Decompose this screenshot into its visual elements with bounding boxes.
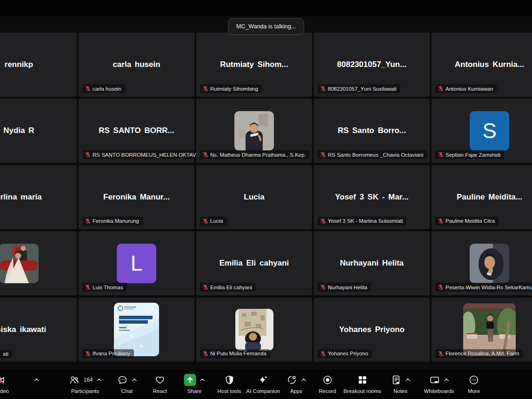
participant-tile[interactable]: RS Santo Borro...RS Santo Borromeus _Cha…	[314, 99, 430, 163]
talking-indicator: MC_Wanda is talking...	[228, 18, 304, 35]
mic-muted-icon	[438, 284, 443, 290]
participant-label-text: Feronika Manurung	[93, 218, 139, 224]
chevron-up-icon[interactable]	[200, 378, 205, 382]
tool-top-row	[286, 374, 306, 386]
tool-top-row: 164	[68, 374, 101, 386]
mic-muted-icon	[203, 284, 208, 290]
chevron-up-icon[interactable]	[97, 378, 102, 382]
participant-tile[interactable]: Antonius Kurnia...Antonius Kurniawan	[432, 33, 532, 97]
tool-label: Chat	[121, 388, 133, 394]
tool-label: AI Companion	[246, 388, 280, 394]
ai-companion-button[interactable]: AI Companion	[246, 374, 280, 394]
participant-tile[interactable]: Ns. Matheus Dharma Prathama., S.Kep.	[196, 99, 312, 163]
more-icon	[468, 374, 479, 386]
chevron-up-icon[interactable]	[444, 378, 449, 382]
top-strip	[0, 0, 532, 16]
participant-tile[interactable]: 8082301057_Yun...8082301057_Yuni Susilaw…	[314, 33, 430, 97]
apps-button[interactable]: Apps	[286, 374, 306, 394]
whiteboards-icon	[429, 374, 440, 386]
notes-button[interactable]: Notes	[391, 374, 411, 394]
participant-name-label: Feronika Manurung	[82, 217, 143, 226]
participant-label-text: Yosef 3 SK - Martina Sulasmiati	[328, 218, 403, 224]
react-button[interactable]: React	[153, 374, 167, 394]
mic-muted-icon	[85, 86, 90, 92]
participant-label-text: RS SANTO BORROMEUS_HELEN OKTAVIA	[93, 152, 201, 158]
tool-top-row	[322, 374, 333, 386]
mic-muted-icon	[203, 351, 208, 357]
participant-tile[interactable]: Nydia R	[0, 99, 77, 163]
participant-tile[interactable]: LuciaLucia	[196, 165, 312, 229]
chat-icon	[117, 374, 128, 386]
participant-tile[interactable]: Ifvana Priciliany	[79, 298, 194, 362]
participant-tile[interactable]: SSeptian Fajar Zamshidi	[432, 99, 532, 163]
tool-label: Breakout rooms	[343, 388, 381, 394]
whiteboards-button[interactable]: Whiteboards	[424, 374, 454, 394]
participant-tile[interactable]	[0, 231, 77, 295]
participant-tile[interactable]: erlina maria	[0, 165, 77, 229]
chevron-up-icon[interactable]	[132, 378, 137, 382]
video-off-button[interactable]: deo	[0, 374, 39, 394]
breakout-rooms-button[interactable]: Breakout rooms	[343, 374, 381, 394]
participant-name-label: Ns. Matheus Dharma Prathama., S.Kep.	[200, 150, 310, 159]
participant-tile[interactable]: nsiska ikawatiati	[0, 298, 77, 362]
mic-muted-icon	[203, 152, 208, 158]
notes-icon	[391, 374, 402, 386]
participant-tile[interactable]: Yosef 3 SK - Mar...Yosef 3 SK - Martina …	[314, 165, 430, 229]
participant-display-name: carla husein	[113, 60, 160, 69]
chevron-up-icon[interactable]	[406, 378, 411, 382]
participant-tile[interactable]: Pauline Meidita...Pauline Meidita Citra	[432, 165, 532, 229]
mic-muted-icon	[203, 218, 208, 224]
participant-letter-avatar: S	[470, 111, 509, 151]
breakout-rooms-icon	[357, 374, 368, 386]
participant-tile[interactable]: carla huseincarla husein	[79, 33, 194, 97]
participant-letter-avatar: L	[117, 244, 156, 283]
chevron-up-icon[interactable]	[301, 378, 306, 382]
tool-top-row	[117, 374, 137, 386]
participant-name-label: Yosef 3 SK - Martina Sulasmiati	[318, 217, 406, 226]
participant-tile[interactable]: Emilia Eli cahyaniEmilia Eli cahyani	[196, 231, 312, 295]
wiwin-avatar-image	[470, 244, 509, 283]
tool-label: Notes	[393, 388, 407, 394]
participant-display-name: Pauline Meidita...	[457, 193, 522, 202]
participants-button[interactable]: 164Participants	[68, 374, 101, 394]
participant-label-text: Lucia	[210, 218, 223, 224]
chat-button[interactable]: Chat	[117, 374, 137, 394]
participant-label-text: 8082301057_Yuni Susilawati	[328, 86, 397, 92]
participant-name-label: Luis Thomas	[82, 283, 127, 292]
share-button[interactable]: Share	[184, 374, 205, 394]
tool-top-row	[391, 374, 411, 386]
participant-display-name: Yohanes Priyono	[339, 325, 405, 334]
participant-tile[interactable]: Feronika Manur...Feronika Manurung	[79, 165, 194, 229]
participants-count: 164	[83, 377, 93, 383]
participant-label-text: Ifvana Priciliany	[93, 351, 130, 356]
participant-tile[interactable]: Nurhayani HelitaNurhayani Helita	[314, 231, 430, 295]
participant-tile[interactable]: Yohanes PriyonoYohanes Priyono	[314, 298, 430, 362]
mic-muted-icon	[320, 86, 326, 92]
host-tools-button[interactable]: Host tools	[217, 374, 241, 394]
participant-tile[interactable]: Peserta-Wiwin Widia-Rs SekarKamulyan	[432, 231, 532, 295]
participant-tile[interactable]: LLuis Thomas	[79, 231, 194, 295]
participant-tile[interactable]: Florence Rosalina, A.Md. Farm	[432, 298, 532, 362]
ai-companion-icon	[258, 374, 269, 386]
participant-tile[interactable]: Ni Putu Mulia Fernanda	[196, 298, 312, 362]
participant-label-text: Rutmiaty Sihombing	[210, 86, 258, 92]
chevron-up-icon[interactable]	[5, 378, 39, 382]
participant-label-text: RS Santo Borromeus _Chavia Octaviani	[328, 152, 423, 158]
participant-name-label: 8082301057_Yuni Susilawati	[318, 84, 400, 93]
participant-label-text: Luis Thomas	[93, 285, 123, 290]
participant-label-text: Emilia Eli cahyani	[210, 285, 252, 290]
mic-muted-icon	[320, 351, 326, 357]
record-button[interactable]: Record	[319, 374, 336, 394]
more-button[interactable]: More	[468, 374, 480, 394]
mic-muted-icon	[438, 86, 443, 92]
tool-top-row	[154, 374, 166, 386]
participant-name-label: Pauline Meidita Citra	[435, 217, 499, 226]
participant-label-text: Yohanes Priyono	[328, 351, 368, 356]
host-tools-icon	[224, 374, 235, 386]
mic-muted-icon	[438, 218, 443, 224]
mic-muted-icon	[85, 152, 90, 158]
participant-name-label: RS Santo Borromeus _Chavia Octaviani	[318, 150, 427, 159]
participant-tile[interactable]: rennikp	[0, 33, 77, 97]
participant-tile[interactable]: Rutmiaty Sihom...Rutmiaty Sihombing	[196, 33, 312, 97]
participant-tile[interactable]: RS SANTO BORR...RS SANTO BORROMEUS_HELEN…	[79, 99, 194, 163]
